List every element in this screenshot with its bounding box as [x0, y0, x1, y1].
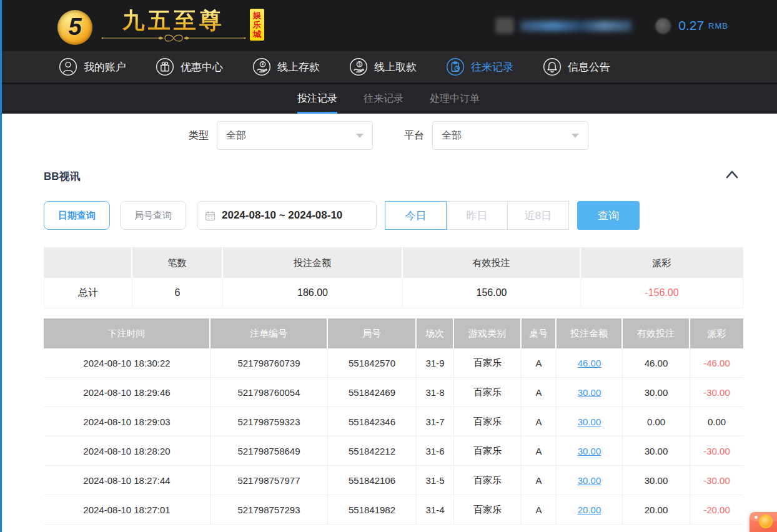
date-range-input[interactable]: 2024-08-10 ~ 2024-08-10 [197, 201, 377, 230]
bet-amount-link[interactable]: 30.00 [557, 466, 623, 495]
summary-value-cell: 6 [132, 278, 223, 308]
bet-header-cell: 局号 [328, 318, 417, 348]
platform-select[interactable]: 全部 [432, 121, 588, 150]
svg-text:¥: ¥ [262, 62, 264, 66]
site-header: 5 九五至尊 娱乐城 [0, 0, 777, 51]
bet-amount-link[interactable]: 30.00 [557, 378, 623, 407]
bet-cell: 0.00 [690, 407, 743, 436]
bet-cell: 2024-08-10 18:27:44 [44, 466, 210, 495]
user-icon [59, 57, 77, 76]
bet-header-cell: 下注时间 [44, 318, 210, 348]
bet-amount-link[interactable]: 20.00 [557, 495, 623, 525]
bet-cell: 521798759323 [210, 407, 328, 436]
red-envelope-icon[interactable] [750, 512, 777, 532]
logo-badge: 娱乐城 [250, 9, 264, 41]
nav-item-往来记录[interactable]: 往来记录 [446, 57, 513, 76]
bet-cell: -20.00 [690, 495, 743, 525]
balance-currency: RMB [708, 21, 728, 31]
bet-table-body: 2024-08-10 18:30:22521798760739551842570… [44, 348, 743, 525]
bet-cell: 551842212 [328, 436, 417, 466]
nav-item-label: 我的账户 [84, 60, 126, 74]
bet-cell: 20.00 [623, 495, 690, 525]
gift-icon [156, 57, 174, 76]
summary-row-label: 总计 [44, 278, 132, 308]
bet-cell: 31-6 [417, 436, 454, 466]
summary-data-row: 总计6186.00156.00-156.00 [44, 278, 743, 308]
username-redacted[interactable] [495, 17, 631, 34]
collapse-section-button[interactable] [725, 169, 740, 181]
quick-range-今日[interactable]: 今日 [385, 201, 447, 230]
bet-cell: 551841982 [328, 495, 417, 525]
bet-cell: A [522, 378, 557, 407]
bet-amount-link[interactable]: 30.00 [557, 436, 623, 466]
nav-item-线上存款[interactable]: ¥线上存款 [252, 57, 320, 76]
bet-cell: 31-9 [417, 348, 454, 378]
bet-cell: -30.00 [690, 466, 743, 495]
tab-往来记录[interactable]: 往来记录 [364, 84, 403, 114]
left-accent-strip [0, 0, 2, 532]
summary-header-cell: 笔数 [132, 248, 223, 278]
bet-cell: 31-4 [417, 495, 454, 525]
nav-item-信息公告[interactable]: 信息公告 [543, 57, 610, 76]
summary-value-cell: 156.00 [403, 278, 581, 308]
bet-header-cell: 有效投注 [623, 318, 690, 348]
table-row: 2024-08-10 18:29:03521798759323551842346… [44, 407, 743, 436]
bet-cell: 30.00 [623, 378, 690, 407]
bet-header-cell: 场次 [417, 318, 454, 348]
logo-text-wrap: 九五至尊 [100, 6, 247, 46]
bet-cell: 百家乐 [454, 495, 522, 525]
summary-table: 笔数投注金额有效投注派彩 总计6186.00156.00-156.00 [44, 247, 743, 308]
bet-cell: -30.00 [690, 378, 743, 407]
deposit-icon: ¥ [252, 57, 271, 76]
nav-item-label: 线上存款 [277, 60, 320, 74]
bet-cell: A [522, 407, 557, 436]
tab-处理中订单[interactable]: 处理中订单 [430, 84, 480, 114]
search-button[interactable]: 查询 [577, 201, 640, 230]
balance-amount: 0.27 [678, 18, 704, 33]
round-query-button[interactable]: 局号查询 [120, 201, 186, 230]
table-row: 2024-08-10 18:28:20521798758649551842212… [44, 436, 743, 466]
bet-cell: 百家乐 [454, 436, 522, 466]
filter-row: 类型 全部 平台 全部 [0, 121, 777, 150]
gold-coin-icon [759, 515, 773, 528]
bell-icon [543, 57, 562, 76]
bet-cell: 30.00 [623, 436, 690, 466]
bet-header-cell: 游戏类别 [454, 318, 522, 348]
site-logo[interactable]: 5 九五至尊 娱乐城 [57, 6, 264, 46]
nav-item-线上取款[interactable]: $线上取款 [349, 57, 417, 76]
type-select-value: 全部 [226, 129, 246, 142]
balance-display[interactable]: 0.27 RMB [655, 18, 728, 34]
chevron-down-icon [572, 134, 579, 138]
summary-value-cell: 186.00 [223, 278, 403, 308]
bet-cell: 551842106 [328, 466, 417, 495]
bet-header-cell: 桌号 [522, 318, 557, 348]
page: 5 九五至尊 娱乐城 [0, 0, 777, 532]
bet-cell: 百家乐 [454, 407, 522, 436]
date-range-value: 2024-08-10 ~ 2024-08-10 [222, 209, 342, 222]
section-title: BB视讯 [44, 169, 81, 184]
summary-header-cell: 投注金额 [223, 248, 403, 278]
bet-table-header: 下注时间注单编号局号场次游戏类别桌号投注金额有效投注派彩 [44, 318, 743, 348]
quick-range-昨日[interactable]: 昨日 [446, 201, 508, 230]
bet-header-cell: 投注金额 [557, 318, 623, 348]
tab-投注记录[interactable]: 投注记录 [297, 84, 337, 114]
bet-cell: 百家乐 [454, 378, 522, 407]
table-row: 2024-08-10 18:27:01521798757293551841982… [44, 495, 743, 525]
nav-item-label: 线上取款 [374, 60, 417, 74]
quick-range-近8日[interactable]: 近8日 [507, 201, 569, 230]
bet-amount-link[interactable]: 46.00 [557, 348, 623, 378]
type-select[interactable]: 全部 [217, 121, 373, 150]
summary-header-row: 笔数投注金额有效投注派彩 [44, 248, 743, 278]
nav-item-我的账户[interactable]: 我的账户 [59, 57, 126, 76]
date-query-button[interactable]: 日期查询 [44, 201, 110, 230]
svg-text:$: $ [359, 62, 361, 66]
bet-cell: 31-5 [417, 466, 454, 495]
nav-item-label: 往来记录 [471, 60, 513, 74]
records-icon [446, 57, 465, 76]
bet-cell: 551842346 [328, 407, 417, 436]
bet-amount-link[interactable]: 30.00 [557, 407, 623, 436]
bet-cell: 百家乐 [454, 466, 522, 495]
nav-item-优惠中心[interactable]: 优惠中心 [156, 57, 223, 76]
bet-cell: 0.00 [623, 407, 690, 436]
summary-header-cell [44, 248, 132, 278]
